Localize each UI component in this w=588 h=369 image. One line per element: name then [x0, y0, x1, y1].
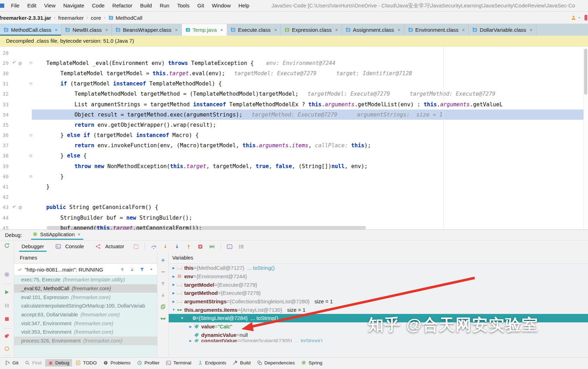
close-icon[interactable]: × [335, 27, 338, 33]
tab-beanswrapper-class[interactable]: C*BeansWrapper.class× [112, 24, 181, 36]
mute-breakpoints-icon[interactable] [4, 346, 10, 352]
variable-this-arguments-items[interactable]: ▼this.arguments.items = {ArrayList@7130}… [169, 305, 588, 314]
statusbar-find[interactable]: Find [22, 359, 44, 367]
close-icon[interactable]: × [55, 27, 58, 33]
user-icon[interactable] [571, 15, 576, 20]
glasses-icon[interactable] [160, 316, 166, 321]
thread-selector[interactable]: "http-nio-8081...main": RUNNING [14, 264, 157, 275]
variable-targetmethod[interactable]: ▶{..}targetMethod = {Execute@7279} [169, 289, 588, 297]
tab-assignment-class[interactable]: C*Assignment.class× [342, 24, 404, 36]
variable-env[interactable]: ▶env = {Environment@7244} [169, 272, 588, 281]
copy-icon[interactable] [160, 304, 166, 310]
statusbar-problems[interactable]: Problems [100, 359, 133, 367]
chevron-right-icon[interactable]: ▶ [188, 325, 193, 328]
rerun-icon[interactable] [4, 243, 10, 249]
menu-navigate[interactable]: Navigate [59, 2, 88, 8]
menu-build[interactable]: Build [136, 2, 156, 8]
fold-open-icon[interactable] [29, 133, 33, 137]
close-icon[interactable]: × [105, 27, 108, 33]
variable-this[interactable]: ▶{..}this = {MethodCall@7127}... toStrin… [169, 264, 588, 272]
breadcrumb-item-freemarker[interactable]: freemarker [55, 15, 87, 21]
fold-marker[interactable] [27, 61, 35, 65]
up-gray-icon[interactable] [160, 281, 166, 286]
variable-targetmodel[interactable]: ▶{..}targetModel = {Execute@7279} [169, 280, 588, 289]
statusbar-debug[interactable]: Debug [45, 359, 72, 367]
add-icon[interactable] [160, 257, 166, 263]
chevron-right-icon[interactable]: ▶ [171, 291, 176, 295]
down-arrow-icon[interactable] [130, 267, 135, 272]
stack-frame[interactable]: process:326, Environment(freemarker.core… [14, 337, 157, 345]
stack-frame[interactable]: eval:101, Expression(freemarker.core) [14, 293, 157, 302]
chevron-down-icon[interactable] [578, 15, 581, 20]
stack-frame[interactable]: _eval:62, MethodCall(freemarker.core) [14, 284, 157, 293]
horizontal-scrollbar[interactable] [47, 226, 366, 230]
vertical-scrollbar[interactable] [583, 47, 588, 230]
close-icon[interactable]: × [397, 27, 400, 33]
stack-frame[interactable]: accept:63, DollarVariable(freemarker.cor… [14, 310, 157, 319]
close-icon[interactable]: × [175, 27, 178, 33]
caret-icon[interactable] [149, 267, 154, 272]
chevron-down-icon[interactable]: ▼ [180, 316, 185, 320]
fold-end-icon[interactable] [29, 174, 33, 178]
tab-console[interactable]: Console [51, 242, 86, 252]
tab-dollarvariable-class[interactable]: C*DollarVariable.class× [469, 24, 536, 36]
run-configuration-tab[interactable]: SstiApplication × [31, 230, 83, 240]
statusbar-terminal[interactable]: Terminal [163, 359, 194, 367]
force-step-into-icon[interactable] [174, 244, 180, 250]
notification-icon[interactable] [584, 15, 587, 20]
menu-edit[interactable]: Edit [23, 2, 40, 8]
step-over-icon[interactable] [151, 244, 157, 250]
drop-frame-icon[interactable] [197, 244, 203, 250]
chevron-right-icon[interactable]: ▶ [171, 275, 176, 278]
override-icon[interactable] [12, 205, 17, 210]
up-arrow-icon[interactable] [120, 267, 125, 272]
fold-marker[interactable] [27, 133, 35, 137]
settings-icon[interactable] [4, 272, 10, 278]
stack-frame[interactable]: visit:353, Environment(freemarker.core) [14, 328, 157, 337]
mute-dotted-icon[interactable] [133, 244, 139, 250]
statusbar-endpoints[interactable]: Endpoints [195, 359, 229, 367]
close-icon[interactable]: × [274, 27, 277, 33]
variable-constantvalue[interactable]: ▶constantValue = {SimpleScalar@7305}... … [169, 339, 588, 342]
layout-icon[interactable] [238, 244, 244, 250]
menu-refactor[interactable]: Refactor [108, 2, 136, 8]
fold-open-icon[interactable] [29, 82, 33, 86]
remove-icon[interactable] [160, 269, 166, 275]
menu-window[interactable]: Window [208, 2, 234, 8]
tab-debugger[interactable]: Debugger [19, 242, 47, 252]
pause-icon[interactable] [4, 303, 10, 309]
chevron-right-icon[interactable]: ▶ [171, 266, 176, 270]
variable-dynamicvalue[interactable]: dynamicValue = null [169, 331, 588, 339]
menu-run[interactable]: Run [156, 2, 173, 8]
close-icon[interactable]: × [220, 27, 223, 33]
filter-icon[interactable] [139, 267, 145, 272]
tab-expression-class[interactable]: CExpression.class× [281, 24, 342, 36]
down-gray-icon[interactable] [160, 292, 166, 298]
stack-frame[interactable]: calculateInterpolatedStringOrMarkup:100,… [14, 302, 157, 310]
tab-environment-class[interactable]: C*Environment.class× [404, 24, 469, 36]
statusbar-build[interactable]: Build [230, 359, 253, 367]
menu-help[interactable]: Help [235, 2, 253, 8]
menu-code[interactable]: Code [88, 2, 108, 8]
chevron-right-icon[interactable]: ▶ [171, 300, 176, 303]
code-editor[interactable]: 2829@TemplateModel _eval(Environment env… [0, 47, 588, 230]
statusbar-git[interactable]: Git [2, 359, 21, 367]
tab-execute-class[interactable]: C*Execute.class× [227, 24, 281, 36]
view-breakpoints-icon[interactable] [4, 333, 10, 339]
breadcrumb-item-freemarker-2-3-31-jar[interactable]: freemarker-2.3.31.jar [0, 15, 54, 21]
close-icon[interactable]: × [78, 232, 80, 237]
tab-temp-java[interactable]: JTemp.java× [182, 24, 227, 36]
at-icon[interactable]: @ [18, 61, 23, 66]
step-into-icon[interactable] [162, 244, 168, 250]
fold-marker[interactable] [27, 174, 35, 178]
run-to-cursor-icon[interactable] [209, 244, 215, 250]
menu-view[interactable]: View [40, 2, 59, 8]
statusbar-todo[interactable]: TODO [73, 359, 100, 367]
close-icon[interactable]: × [530, 27, 533, 33]
menu-tools[interactable]: Tools [173, 2, 193, 8]
resume-icon[interactable] [4, 289, 10, 295]
chevron-right-icon[interactable]: ▶ [171, 283, 176, 286]
menu-git[interactable]: Git [193, 2, 208, 8]
tab-newbi-class[interactable]: C*NewBI.class× [61, 24, 112, 36]
stop-icon[interactable] [4, 316, 10, 322]
